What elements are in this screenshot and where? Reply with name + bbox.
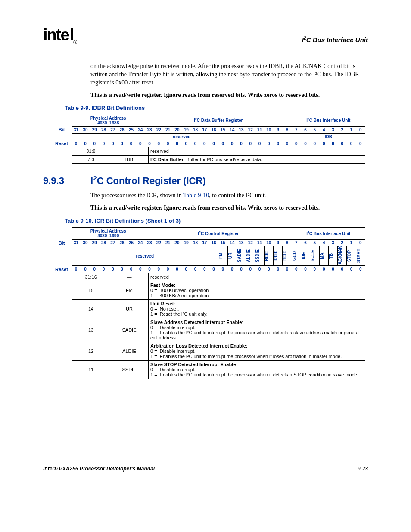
field-idb: IDB (292, 133, 365, 140)
logo: intel® (43, 26, 77, 46)
reg-unit: I2C Bus Interface Unit (292, 115, 365, 126)
para-4: This is a read/write register. Ignore re… (90, 204, 368, 212)
field-reserved: reserved (72, 133, 292, 140)
footer-left: Intel® PXA255 Processor Developer's Manu… (43, 466, 155, 472)
table-9-9-header: Physical Address 4030_1688 I2C Data Buff… (52, 115, 365, 147)
para-1: on the acknowledge pulse in receiver mod… (90, 62, 368, 87)
para-3: The processor uses the ICR, shown in Tab… (90, 192, 368, 200)
table-9-10-desc: 31:16—reserved15FMFast Mode:0 = 100 KBit… (72, 273, 365, 379)
reset-label: Reset (52, 140, 72, 147)
bit-label: Bit (52, 126, 72, 133)
table-9-9-desc: 31:8—reserved7:0IDBI²C Data Buffer: Buff… (72, 147, 365, 164)
section-num: 9.9.3 (43, 175, 90, 187)
header-unit: I2C Bus Interface Unit (302, 35, 368, 44)
link-table-9-10[interactable]: Table 9-10 (183, 192, 209, 199)
para-2: This is a read/write register. Ignore re… (90, 91, 368, 100)
section-heading: 9.9.3I2C Control Register (ICR) (43, 174, 368, 187)
table-9-10-header: Physical Address 4030_1690 I2C Control R… (52, 227, 365, 273)
phys-addr-value: 4030_1688 (97, 121, 119, 125)
table-9-9-caption: Table 9-9. IDBR Bit Definitions (65, 105, 368, 111)
footer-right: 9-23 (358, 466, 368, 472)
reg-title: I2C Data Buffer Register (145, 115, 292, 126)
phys-addr-label: Physical Address (90, 116, 126, 121)
table-9-10-caption: Table 9-10. ICR Bit Definitions (Sheet 1… (65, 218, 368, 224)
